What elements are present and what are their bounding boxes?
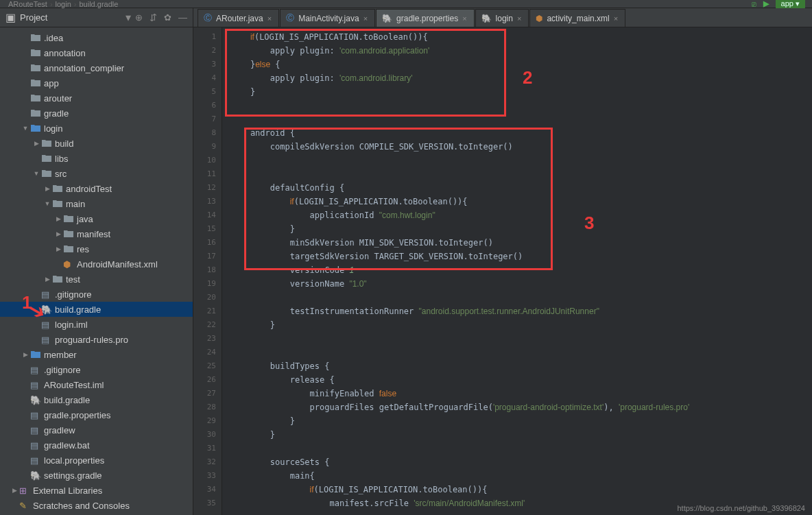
tree-item[interactable]: ▤gradlew [0, 422, 193, 438]
tree-item[interactable]: libs [0, 151, 193, 166]
tree-item[interactable]: ▤gradle.properties [0, 407, 193, 422]
close-icon[interactable]: × [517, 14, 521, 23]
tree-item[interactable]: ▼src [0, 166, 193, 181]
tree-item[interactable]: 🐘settings.gradle [0, 468, 193, 483]
tree-item[interactable]: 🐘build.gradle [0, 392, 193, 407]
tree-item[interactable]: ▤local.properties [0, 453, 193, 468]
tree-item[interactable]: annotation_complier [0, 60, 193, 75]
tree-item[interactable]: ▤ARouteTest.iml [0, 377, 193, 392]
tree-item[interactable]: gradle [0, 106, 193, 121]
tree-item[interactable]: ▶member [0, 347, 193, 362]
editor-tab[interactable]: ⒸARouter.java× [198, 9, 279, 27]
tree-item[interactable]: ▼main [0, 196, 193, 211]
tree-item[interactable]: app [0, 75, 193, 91]
editor-tab[interactable]: 🐘gradle.properties× [376, 9, 475, 27]
tree-item[interactable]: ✎Scratches and Consoles [0, 498, 193, 513]
project-title: Project [20, 12, 121, 23]
close-icon[interactable]: × [614, 14, 618, 23]
close-icon[interactable]: × [363, 14, 368, 23]
hide-icon[interactable]: — [178, 12, 187, 23]
tree-item[interactable]: ▶res [0, 241, 193, 256]
editor-tab[interactable]: ⒸMainActivity.java× [280, 9, 375, 27]
editor-tab[interactable]: ⬢activity_main.xml× [529, 9, 625, 27]
code-area[interactable]: if(LOGIN_IS_APPLICATION.toBoolean()){ ap… [222, 27, 812, 515]
tree-item[interactable]: ▶build [0, 136, 193, 151]
tree-item[interactable]: annotation [0, 45, 193, 60]
tree-item[interactable]: ▤proguard-rules.pro [0, 332, 193, 347]
tree-item[interactable]: .idea [0, 30, 193, 45]
collapse-icon[interactable]: ⇵ [150, 12, 157, 23]
project-tree[interactable]: .ideaannotationannotation_complierapparo… [0, 27, 193, 515]
editor-tabs[interactable]: ⒸARouter.java×ⒸMainActivity.java×🐘gradle… [193, 8, 812, 27]
tree-item[interactable]: arouter [0, 91, 193, 106]
tree-item[interactable]: ▶⊞External Libraries [0, 483, 193, 498]
cast-icon[interactable]: ⎚ [752, 0, 756, 8]
editor-tab[interactable]: 🐘login× [475, 9, 529, 27]
project-panel-header: ▣ Project ▾ ⊕ ⇵ ✿ — [0, 8, 193, 27]
tree-item[interactable]: ▤.gitignore [0, 362, 193, 377]
tree-item[interactable]: ▶androidTest [0, 181, 193, 196]
tree-item[interactable]: ▼login [0, 121, 193, 136]
tree-item[interactable]: ▶java [0, 211, 193, 226]
close-icon[interactable]: × [267, 14, 272, 23]
tree-item[interactable]: ▶test [0, 272, 193, 287]
breadcrumb: ARouteTest› login› build.gradle [0, 0, 812, 8]
tree-item[interactable]: ▶manifest [0, 226, 193, 241]
line-gutter: 1234567891011121314151617181920212223242… [193, 27, 222, 515]
close-icon[interactable]: × [462, 14, 466, 23]
tree-item[interactable]: ▤gradlew.bat [0, 438, 193, 453]
watermark: https://blog.csdn.net/github_39396824 [677, 504, 805, 512]
tree-item[interactable]: ▤.gitignore [0, 287, 193, 302]
gear-icon[interactable]: ✿ [164, 12, 171, 23]
tree-item[interactable]: ▤login.iml [0, 317, 193, 332]
run-icon[interactable]: ▶ [763, 0, 769, 8]
project-icon: ▣ [5, 11, 16, 24]
locate-icon[interactable]: ⊕ [135, 12, 143, 23]
tree-item[interactable]: 🐘build.gradle [0, 302, 193, 317]
tree-item[interactable]: ⬢AndroidManifest.xml [0, 256, 193, 272]
